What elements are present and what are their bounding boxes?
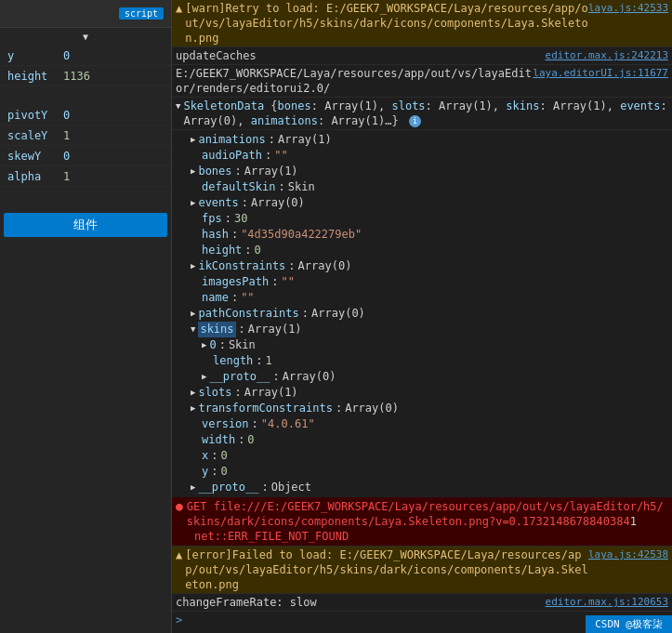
warn-link-1[interactable]: laya.js:42533	[588, 1, 668, 16]
tree-proto-object: ▶ __proto__ : Object	[172, 480, 672, 495]
path-link[interactable]: laya.editorUI.js:11677	[533, 66, 668, 81]
skeleton-text: SkeletonData {bones: Array(1), slots: Ar…	[183, 99, 668, 128]
tree-width: width : 0	[172, 432, 672, 448]
warn-text-1: [warn]Retry to load: E:/GEEK7_WORKSPACE/…	[185, 1, 588, 46]
component-section: 组件	[4, 213, 167, 237]
tree-skins-proto: ▶ __proto__ : Array(0)	[172, 369, 672, 385]
slots-arrow[interactable]: ▶	[191, 385, 195, 401]
skins-arrow[interactable]: ▼	[191, 322, 195, 337]
tree-version: version : "4.0.61"	[172, 416, 672, 432]
tree-slots: ▶ slots : Array(1)	[172, 385, 672, 401]
tree-bones: ▶ bones : Array(1)	[172, 164, 672, 179]
height-value[interactable]: 1136	[63, 70, 164, 83]
info-icon[interactable]: i	[409, 115, 421, 127]
alpha-label: alpha	[7, 170, 63, 183]
skewy-label: skewY	[7, 150, 63, 163]
change-framerate-link[interactable]: editor.max.js:120653	[546, 595, 668, 610]
tc-arrow[interactable]: ▶	[191, 401, 195, 416]
tree-y: y : 0	[172, 464, 672, 480]
tree-animations: ▶ animations : Array(1)	[172, 132, 672, 148]
tree-section: ▶ animations : Array(1) audioPath : "" ▶…	[172, 130, 672, 497]
warn-icon-1: ▲	[176, 1, 182, 16]
dropdown-arrow[interactable]: ▼	[0, 28, 171, 46]
console-panel[interactable]: ▲ [warn]Retry to load: E:/GEEK7_WORKSPAC…	[172, 0, 672, 633]
property-skewy: skewY 0	[0, 146, 171, 166]
scaley-value[interactable]: 1	[63, 129, 164, 142]
path-text: E:/GEEK7_WORKSPACE/Laya/resources/app/ou…	[176, 67, 532, 95]
skins-proto-arrow[interactable]: ▶	[202, 369, 206, 385]
left-panel: script ▼ y 0 height 1136 pivotY 0 scaleY…	[0, 0, 172, 633]
update-caches-line: updateCaches editor.max.js:242213	[172, 47, 672, 65]
y-value[interactable]: 0	[63, 49, 164, 62]
warn-error-line: ▲ [error]Failed to load: E:/GEEK7_WORKSP…	[172, 547, 672, 594]
property-y: y 0	[0, 46, 171, 66]
tree-events: ▶ events : Array(0)	[172, 195, 672, 211]
bones-arrow[interactable]: ▶	[191, 164, 195, 179]
skeleton-header-line: ▼ SkeletonData {bones: Array(1), slots: …	[172, 98, 672, 130]
skeleton-expand-arrow[interactable]: ▼	[176, 99, 180, 113]
ikconstraints-arrow[interactable]: ▶	[191, 258, 195, 274]
error-get-text: GET file:///E:/GEEK7_WORKSPACE/Laya/reso…	[187, 499, 668, 529]
pathconstraints-arrow[interactable]: ▶	[191, 306, 195, 322]
tree-name: name : ""	[172, 290, 672, 306]
tree-skins-length: length : 1	[172, 353, 672, 369]
tree-audiopath: audioPath : ""	[172, 148, 672, 164]
panel-top-bar: script	[0, 0, 171, 28]
warn-icon-2: ▲	[176, 547, 182, 562]
error-circle-icon: ●	[176, 499, 183, 514]
tree-fps: fps : 30	[172, 211, 672, 227]
change-framerate-text: changeFrameRate: slow	[176, 596, 317, 609]
footer-text: CSDN @极客柒	[595, 618, 663, 630]
path-line: E:/GEEK7_WORKSPACE/Laya/resources/app/ou…	[172, 65, 672, 98]
height-label: height	[7, 70, 63, 83]
property-height: height 1136	[0, 66, 171, 86]
footer-bar: CSDN @极客柒	[586, 615, 672, 633]
skins-0-arrow[interactable]: ▶	[202, 337, 206, 353]
tree-skins: ▼ skins : Array(1)	[172, 322, 672, 337]
proto-arrow[interactable]: ▶	[191, 480, 195, 495]
script-badge: script	[119, 7, 164, 20]
scaley-label: scaleY	[7, 129, 63, 142]
animations-arrow[interactable]: ▶	[191, 132, 195, 148]
error-get-line: ● GET file:///E:/GEEK7_WORKSPACE/Laya/re…	[172, 497, 672, 547]
property-pivoty: pivotY 0	[0, 105, 171, 125]
change-framerate-line: changeFrameRate: slow editor.max.js:1206…	[172, 594, 672, 612]
y-label: y	[7, 49, 63, 62]
skewy-value[interactable]: 0	[63, 150, 164, 163]
skins-key: skins	[198, 322, 235, 337]
alpha-value[interactable]: 1	[63, 170, 164, 183]
update-caches-link[interactable]: editor.max.js:242213	[546, 48, 668, 63]
tree-defaultskin: defaultSkin : Skin	[172, 179, 672, 195]
events-arrow[interactable]: ▶	[191, 195, 195, 211]
property-alpha: alpha 1	[0, 166, 171, 187]
tree-skins-0: ▶ 0 : Skin	[172, 337, 672, 353]
tree-height: height : 0	[172, 243, 672, 258]
prompt-arrow: >	[176, 613, 182, 626]
tree-imagespath: imagesPath : ""	[172, 274, 672, 290]
property-scaley: scaleY 1	[0, 125, 171, 146]
pivoty-label: pivotY	[7, 109, 63, 122]
warn-line-1: ▲ [warn]Retry to load: E:/GEEK7_WORKSPAC…	[172, 0, 672, 47]
tree-hash: hash : "4d35d90a422279eb"	[172, 227, 672, 243]
update-caches-text: updateCaches	[176, 49, 257, 62]
pivoty-value[interactable]: 0	[63, 109, 164, 122]
tree-x: x : 0	[172, 448, 672, 464]
warn-error-link[interactable]: laya.js:42538	[588, 547, 668, 562]
tree-transformconstraints: ▶ transformConstraints : Array(0)	[172, 401, 672, 416]
tree-pathconstraints: ▶ pathConstraints : Array(0)	[172, 306, 672, 322]
tree-ikconstraints: ▶ ikConstraints : Array(0)	[172, 258, 672, 274]
error-net-line: net::ERR_FILE_NOT_FOUND	[176, 529, 349, 544]
